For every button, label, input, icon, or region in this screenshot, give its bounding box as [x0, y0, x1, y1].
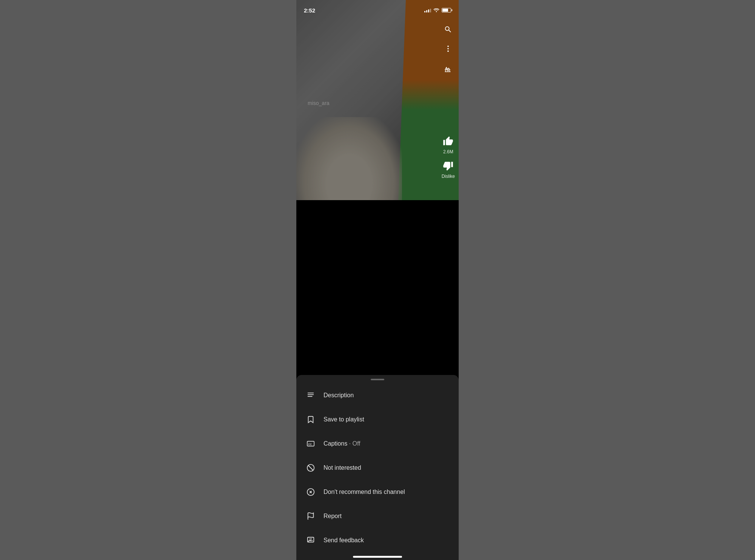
- sheet-item-not-interested[interactable]: Not interested: [296, 456, 459, 480]
- home-indicator: [353, 556, 402, 558]
- flag-icon: [305, 511, 316, 521]
- sheet-item-description[interactable]: Description: [296, 383, 459, 407]
- captions-label: Captions · Off: [324, 440, 361, 447]
- status-time: 2:52: [304, 7, 315, 14]
- search-button[interactable]: [441, 23, 455, 36]
- dont-recommend-label: Don't recommend this channel: [324, 489, 405, 495]
- send-feedback-label: Send feedback: [324, 537, 364, 544]
- x-circle-icon: [305, 487, 316, 497]
- right-actions: 2.6M Dislike: [442, 136, 455, 179]
- cc-icon: CC: [305, 438, 316, 449]
- captions-status: · Off: [347, 440, 360, 447]
- like-button[interactable]: 2.6M: [443, 136, 453, 154]
- svg-rect-5: [308, 396, 313, 397]
- save-to-playlist-label: Save to playlist: [324, 416, 364, 423]
- svg-text:CC: CC: [308, 443, 312, 446]
- top-actions: [441, 23, 455, 76]
- sheet-item-send-feedback[interactable]: Send feedback: [296, 528, 459, 552]
- svg-rect-4: [308, 394, 314, 395]
- sheet-handle: [371, 379, 384, 380]
- no-icon: [305, 463, 316, 473]
- report-label: Report: [324, 513, 342, 520]
- like-icon: [443, 136, 453, 148]
- sheet-item-captions[interactable]: CC Captions · Off: [296, 432, 459, 456]
- video-dim-overlay: [296, 0, 459, 200]
- signal-icon: [424, 8, 431, 12]
- svg-line-9: [308, 466, 313, 471]
- more-options-button[interactable]: [441, 42, 455, 56]
- dislike-label: Dislike: [442, 174, 455, 179]
- dislike-button[interactable]: Dislike: [442, 160, 455, 179]
- svg-point-1: [447, 48, 449, 49]
- sheet-item-report[interactable]: Report: [296, 504, 459, 528]
- bottom-sheet: Description Save to playlist CC Captions…: [296, 375, 459, 560]
- activity-button[interactable]: [441, 63, 455, 76]
- phone-container: 2:52 miso_ara: [296, 0, 459, 560]
- sheet-item-dont-recommend[interactable]: Don't recommend this channel: [296, 480, 459, 504]
- like-count: 2.6M: [443, 149, 453, 154]
- wifi-icon: [433, 7, 439, 13]
- status-bar: 2:52: [296, 0, 459, 17]
- dislike-icon: [443, 160, 453, 173]
- status-icons: [424, 7, 451, 13]
- svg-point-2: [447, 51, 449, 52]
- not-interested-label: Not interested: [324, 464, 361, 471]
- bookmark-icon: [305, 414, 316, 425]
- battery-icon: [442, 8, 451, 12]
- svg-point-0: [447, 46, 449, 47]
- svg-rect-3: [308, 393, 314, 393]
- description-label: Description: [324, 392, 354, 399]
- lines-icon: [305, 390, 316, 401]
- sheet-item-save-to-playlist[interactable]: Save to playlist: [296, 407, 459, 432]
- feedback-icon: [305, 535, 316, 546]
